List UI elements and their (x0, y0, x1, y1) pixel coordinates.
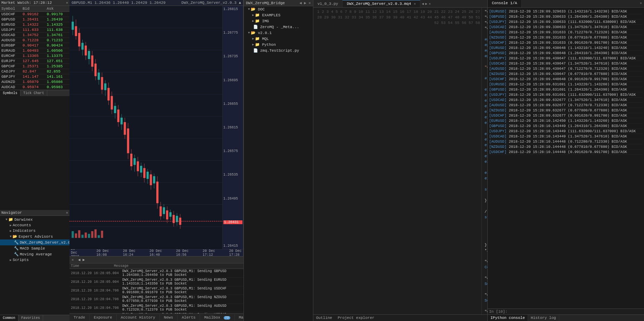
console-close[interactable]: ✕ (638, 0, 644, 7)
svg-rect-58 (147, 172, 149, 179)
terminal-arrows[interactable]: ◀ ▶ (76, 256, 87, 263)
market-row[interactable]: EURAUD1.604931.60506 (0, 48, 69, 53)
market-watch-table: Symbol Bid Ask USDCHF0.991620.99170GBPUS… (0, 6, 69, 90)
editor-outline-tab[interactable]: Outline (313, 315, 335, 321)
console-line: [EURUSD] 2018-12-20 15:28:09.438648 (1.1… (489, 45, 643, 51)
terminal-time: 2018.12.20 16:28:04.706 (71, 289, 119, 293)
nav-item-darwinex[interactable]: ▼ 📁 Darwinex (0, 217, 69, 222)
market-row[interactable]: AUDUSD0.712280.71233 (0, 38, 69, 43)
market-row[interactable]: EURUSD1.143221.14325 (0, 22, 69, 27)
nav-item-accounts[interactable]: ▶ Accounts (0, 222, 69, 228)
bottom-tab-alerts[interactable]: Alerts (177, 314, 200, 321)
console-line: [GBPUSD] 2018-12-20 15:28:09.631691 (1.2… (489, 87, 643, 92)
file-tree-nav-arrows[interactable]: ◀ ▶ ✕ (299, 1, 311, 5)
expand-icon: ▼ (10, 235, 11, 238)
market-row[interactable]: EURGBP0.904170.90424 (0, 43, 69, 48)
folder-icon: 📂 (13, 234, 17, 239)
svg-rect-86 (94, 229, 97, 238)
price-label: 1.26535 (223, 173, 242, 177)
nav-arrow-right[interactable]: ▶ (425, 2, 427, 6)
file-tree-item[interactable]: ▼ 📂DOC (244, 6, 313, 12)
market-watch-close[interactable]: ✕ (66, 1, 68, 5)
file-tree-item[interactable]: ▶ 📁MQL (244, 36, 313, 42)
nav-arrow-left[interactable]: ◀ (422, 2, 424, 6)
market-row[interactable]: AUDCAD0.959740.95983 (0, 85, 69, 90)
tree-label: EXAMPLES (262, 13, 280, 17)
file-tree-item[interactable]: 📄ZeroMQ - _Meta... (244, 24, 313, 30)
ask-cell: 127.651 (46, 59, 70, 64)
terminal-message: DWX_ZeroMQ_Server_v2.0.3 GBPUSD,M1: Send… (122, 278, 242, 286)
col-time: Time (71, 264, 79, 268)
terminal-x[interactable]: ✕ (69, 256, 76, 263)
tab-tick-chart[interactable]: Tick Chart (20, 90, 47, 96)
expand-icon: ▶ (10, 258, 11, 262)
chart-svg: 1.26431 (69, 6, 243, 249)
ask-cell: 1.13375 (46, 53, 70, 59)
file-tree-item[interactable]: ▶ 📁IMG (244, 18, 313, 24)
market-row[interactable]: AUDNZD1.050791.05086 (0, 79, 69, 85)
market-row[interactable]: CADJPY82.84782.855 (0, 69, 69, 74)
bottom-tab-news[interactable]: News (160, 314, 177, 321)
editor-close[interactable]: ✕ (429, 2, 431, 6)
console-line: [AUDUSD] 2018-12-20 15:28:09.439647 (0.7… (489, 66, 643, 71)
console-line: [EURUSD] 2018-12-20 15:28:10.142450 (1.1… (489, 118, 643, 124)
nav-item-moving-average[interactable]: 🔧 Moving Average (0, 251, 69, 257)
bottom-tab-mailbox[interactable]: Mailbox 73 (200, 314, 235, 321)
nav-tab-common[interactable]: Common (0, 315, 18, 321)
market-row[interactable]: USDCHF0.991620.99170 (0, 12, 69, 17)
editor-tab-dwx[interactable]: DWX_ZeroMQ_Server_v2.0.3.mq4 ✕ (342, 0, 420, 7)
chart-panel: GBPUSD.M1 1.26436 1.26440 1.26429 1.2642… (69, 0, 243, 256)
market-row[interactable]: GBPJPY141.147141.161 (0, 74, 69, 79)
bottom-tab-account-history[interactable]: Account History (117, 314, 160, 321)
file-tree-item[interactable]: 📄zmq.TestScript.py (244, 48, 313, 53)
tree-label: zmq.TestScript.py (260, 49, 299, 53)
terminal-time: 2018.12.20 16:28:05.004 (71, 280, 119, 284)
code-content[interactable]: "cmt">//--------------------------------… (482, 8, 487, 314)
nav-item-expert-advisors[interactable]: ▼ 📂 Expert Advisors (0, 234, 69, 239)
price-label: 1.26495 (223, 197, 242, 201)
market-row[interactable]: GBPUSD1.264311.26439 (0, 17, 69, 22)
terminal-header: ✕ ◀ ▶ (69, 256, 243, 263)
navigator-close[interactable]: ✕ (66, 211, 68, 215)
price-axis: 1.26815 1.26775 1.26735 1.26695 1.26655 … (222, 6, 243, 249)
editor-tab-v1[interactable]: v1_0_3.py (313, 0, 342, 7)
file-tree-item[interactable]: ▶ 📁Python (244, 42, 313, 48)
console-line: [USDCAD] 2018-12-20 15:28:09.439647 (1.3… (489, 61, 643, 66)
nav-item-indicators[interactable]: ▶ Indicators (0, 228, 69, 234)
file-tree-item[interactable]: ▶ 📁EXAMPLES (244, 12, 313, 18)
tab-symbols[interactable]: Symbols (0, 90, 20, 96)
bottom-tab-trade[interactable]: Trade (69, 314, 90, 321)
code-body: 1 2 3 4 5 6 7 8 9 10 11 12 13 14 15 16 1… (313, 8, 487, 314)
nav-item-dwx-server[interactable]: 🔧 DWX_ZeroMQ_Server_v2.0.3 (0, 239, 69, 245)
market-row[interactable]: GBPCHF1.253711.25385 (0, 64, 69, 69)
navigator-panel: Navigator ✕ ▼ 📁 Darwinex ▶ Accounts ▶ (0, 210, 69, 321)
bottom-tab-exposure[interactable]: Exposure (90, 314, 117, 321)
terminal-col-header: Time Message (69, 263, 243, 269)
market-row[interactable]: EURCHF1.133651.13375 (0, 53, 69, 59)
bottom-tab-market[interactable]: Market 73 (235, 314, 244, 321)
nav-tab-favorites[interactable]: Favorites (18, 315, 43, 321)
svg-rect-60 (150, 175, 152, 185)
console-bottom-tab-ipython[interactable]: IPython console (488, 315, 528, 321)
nav-icon-ma: 🔧 (14, 252, 19, 256)
editor-project-tab[interactable]: Project explorer (335, 315, 377, 321)
console-input[interactable] (509, 310, 643, 314)
tab-close-dwx[interactable]: ✕ (414, 2, 416, 6)
nav-label-accounts: Accounts (13, 223, 31, 227)
terminal-message: DWX_ZeroMQ_Server_v2.0.3 GBPUSD,M1: Send… (122, 269, 242, 277)
tree-file-icon: 📁 (255, 19, 260, 23)
console-panel: Console 1/A ✕ [EURUSD] 2018-12-20 15:28:… (488, 0, 644, 321)
market-row[interactable]: USDJPY111.633111.638 (0, 27, 69, 33)
col-symbol: Symbol (0, 6, 21, 12)
console-tab-1a[interactable]: Console 1/A (488, 0, 522, 7)
console-bottom-tab-history[interactable]: History log (528, 315, 559, 321)
nav-item-scripts[interactable]: ▶ Scripts (0, 257, 69, 263)
svg-rect-0 (69, 6, 243, 249)
market-row[interactable]: EURJPY127.645127.651 (0, 59, 69, 64)
file-tree-item[interactable]: ▼ 📂v2.0.1 (244, 30, 313, 36)
nav-item-macd[interactable]: 🔧 MACD Sample (0, 245, 69, 251)
market-row[interactable]: USDCAD1.347521.34761 (0, 33, 69, 38)
bid-cell: 0.90417 (21, 43, 45, 48)
svg-rect-56 (143, 168, 146, 178)
svg-rect-81 (78, 230, 80, 238)
